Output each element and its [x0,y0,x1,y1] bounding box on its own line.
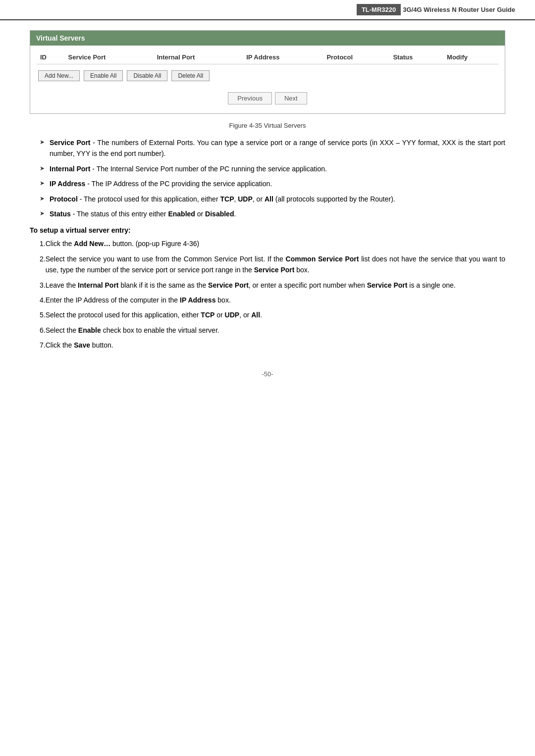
step-num-6: 6. [30,325,46,336]
page-header: TL-MR3220 3G/4G Wireless N Router User G… [0,0,535,20]
bullet-arrow-3: ➤ [30,179,45,188]
step-num-4: 4. [30,295,46,305]
list-item: 6. Select the Enable check box to enable… [30,325,505,336]
list-item: 1. Click the Add New… button. (pop-up Fi… [30,238,505,249]
step-num-3: 3. [30,280,46,291]
col-ip-address: IP Address [242,50,322,64]
col-id: ID [36,50,64,64]
step-num-2: 2. [30,253,46,264]
list-item: ➤ Service Port - The numbers of External… [30,137,505,159]
model-label: TL-MR3220 [357,4,401,15]
main-content: Virtual Servers ID Service Port Internal… [0,30,535,398]
bullet-arrow-5: ➤ [30,209,45,218]
bullet-text-1: Service Port - The numbers of External P… [50,137,505,159]
add-new-button[interactable]: Add New... [38,70,80,81]
col-status: Status [389,50,443,64]
list-item: ➤ IP Address - The IP Address of the PC … [30,178,505,189]
step-text-1: Click the Add New… button. (pop-up Figur… [46,238,505,249]
bullet-arrow-1: ➤ [30,138,45,147]
bullet-arrow-2: ➤ [30,164,45,173]
col-internal-port: Internal Port [153,50,243,64]
step-text-2: Select the service you want to use from … [46,253,505,276]
vs-table: ID Service Port Internal Port IP Address… [36,50,499,64]
list-item: ➤ Status - The status of this entry eith… [30,208,505,219]
page-title: 3G/4G Wireless N Router User Guide [403,6,515,13]
step-num-1: 1. [30,238,46,249]
list-item: 7. Click the Save button. [30,340,505,351]
enable-all-button[interactable]: Enable All [84,70,123,81]
delete-all-button[interactable]: Delete All [171,70,210,81]
page-footer: -50- [30,370,505,378]
step-text-7: Click the Save button. [46,340,505,351]
bullet-text-2: Internal Port - The Internal Service Por… [50,163,505,174]
figure-caption: Figure 4-35 Virtual Servers [30,122,505,129]
step-text-6: Select the Enable check box to enable th… [46,325,505,336]
step-num-5: 5. [30,309,46,320]
setup-title: To setup a virtual server entry: [30,226,505,234]
step-text-4: Enter the IP Address of the computer in … [46,295,505,305]
bullet-text-3: IP Address - The IP Address of the PC pr… [50,178,505,189]
vs-table-area: ID Service Port Internal Port IP Address… [30,46,505,113]
col-protocol: Protocol [322,50,389,64]
virtual-servers-box: Virtual Servers ID Service Port Internal… [30,30,505,114]
vs-actions: Add New... Enable All Disable All Delete… [36,70,499,81]
previous-button[interactable]: Previous [228,92,272,104]
list-item: 3. Leave the Internal Port blank if it i… [30,280,505,291]
list-item: 5. Select the protocol used for this app… [30,309,505,320]
next-button[interactable]: Next [275,92,307,104]
col-modify: Modify [443,50,499,64]
step-text-3: Leave the Internal Port blank if it is t… [46,280,505,291]
col-service-port: Service Port [64,50,153,64]
numbered-list: 1. Click the Add New… button. (pop-up Fi… [30,238,505,351]
bullet-text-4: Protocol - The protocol used for this ap… [50,194,505,204]
bullet-text-5: Status - The status of this entry either… [50,208,505,219]
step-num-7: 7. [30,340,46,351]
disable-all-button[interactable]: Disable All [127,70,167,81]
vs-nav: Previous Next [36,88,499,108]
list-item: 2. Select the service you want to use fr… [30,253,505,276]
step-text-5: Select the protocol used for this applic… [46,309,505,320]
list-item: 4. Enter the IP Address of the computer … [30,295,505,305]
list-item: ➤ Internal Port - The Internal Service P… [30,163,505,174]
list-item: ➤ Protocol - The protocol used for this … [30,194,505,204]
bullet-list: ➤ Service Port - The numbers of External… [30,137,505,219]
bullet-arrow-4: ➤ [30,194,45,203]
vs-box-header: Virtual Servers [30,31,505,46]
